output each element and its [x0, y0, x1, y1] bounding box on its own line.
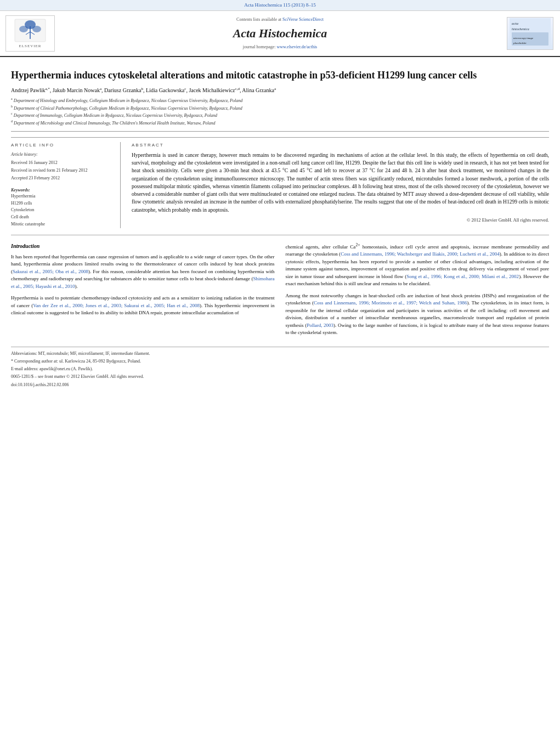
journal-logo-right: acta histochemica microscopy image place…: [505, 17, 555, 50]
received-date: Received 16 January 2012: [11, 160, 112, 166]
homepage-link[interactable]: www.elsevier.de/acthis: [277, 44, 318, 49]
affiliations: a Department of Histology and Embryology…: [11, 97, 549, 127]
page: Acta Histochemica 115 (2013) 8–15: [0, 0, 560, 395]
journal-citation: Acta Histochemica 115 (2013) 8–15: [244, 2, 316, 8]
authors: Andrzej Pawlika,*, Jakub Marcin Nowaka, …: [11, 87, 549, 94]
svg-point-3: [19, 26, 28, 32]
footnotes: Abbreviations: MT, microtubule; MF, micr…: [11, 347, 549, 388]
body-col-right: chemical agents, alter cellular Ca2+ hom…: [286, 242, 550, 341]
abstract-col: ABSTRACT Hyperthermia is used in cancer …: [132, 142, 549, 228]
accepted-date: Accepted 23 February 2012: [11, 175, 112, 181]
journal-title: Acta Histochemica: [60, 25, 500, 42]
sciverse-link[interactable]: SciVerse ScienceDirect: [282, 17, 324, 22]
svg-text:histochemica: histochemica: [512, 27, 529, 31]
rightcol-para2: Among the most noteworthy changes in hea…: [286, 292, 550, 337]
journal-homepage: journal homepage: www.elsevier.de/acthis: [60, 44, 500, 50]
article-info-col: ARTICLE INFO Article history: Received 1…: [11, 142, 121, 228]
elsevier-emblem-icon: [14, 18, 47, 43]
email-note: E-mail address: apawlik@onet.eu (A. Pawl…: [11, 366, 549, 372]
acta-logo-box: acta histochemica microscopy image place…: [507, 17, 553, 50]
article-info-abstract: ARTICLE INFO Article history: Received 1…: [11, 137, 549, 228]
svg-text:placeholder: placeholder: [513, 42, 527, 44]
keywords-title: Keywords:: [11, 187, 112, 193]
article-info-label: ARTICLE INFO: [11, 142, 112, 148]
introduction-heading: Introduction: [11, 242, 275, 250]
svg-text:acta: acta: [512, 21, 519, 26]
issn-note: 0065-1281/$ – see front matter © 2012 El…: [11, 374, 549, 380]
top-bar: Acta Histochemica 115 (2013) 8–15: [0, 0, 560, 11]
journal-center: Contents lists available at SciVerse Sci…: [60, 16, 500, 50]
revised-date: Received in revised form 21 February 201…: [11, 167, 112, 173]
contents-line: Contents lists available at SciVerse Sci…: [60, 16, 500, 22]
copyright-line: © 2012 Elsevier GmbH. All rights reserve…: [132, 217, 549, 224]
keywords-section: Keywords: HyperthermiaH1299 cellsCytoske…: [11, 187, 112, 228]
article-body: Hyperthermia induces cytoskeletal altera…: [0, 57, 560, 394]
keywords-list: HyperthermiaH1299 cellsCytoskeletonCell …: [11, 193, 112, 228]
intro-para2: Hyperthermia is used to potentiate chemo…: [11, 295, 275, 317]
intro-para1: It has been reported that hyperthermia c…: [11, 253, 275, 291]
doi-note: doi:10.1016/j.acthis.2012.02.006: [11, 382, 549, 388]
body-two-col: Introduction It has been reported that h…: [11, 242, 549, 341]
elsevier-brand-text: ELSEVIER: [19, 44, 41, 49]
abstract-text: Hyperthermia is used in cancer therapy, …: [132, 151, 549, 214]
body-col-left: Introduction It has been reported that h…: [11, 242, 275, 341]
elsevier-logo: ELSEVIER: [5, 15, 55, 52]
history-label: Article history:: [11, 151, 112, 157]
divider-body: [11, 235, 549, 235]
rightcol-para1: chemical agents, alter cellular Ca2+ hom…: [286, 242, 550, 288]
journal-header: ELSEVIER Contents lists available at Sci…: [0, 11, 560, 58]
abstract-label: ABSTRACT: [132, 142, 549, 148]
corresponding-note: * Corresponding author at: ul. Karlowicz…: [11, 358, 549, 364]
article-title: Hyperthermia induces cytoskeletal altera…: [11, 69, 549, 82]
abbreviations-note: Abbreviations: MT, microtubule; MF, micr…: [11, 350, 549, 357]
svg-point-4: [32, 26, 41, 32]
acta-logo-icon: acta histochemica microscopy image place…: [510, 18, 551, 48]
divider-affiliations: [11, 131, 549, 132]
svg-text:microscopy image: microscopy image: [513, 37, 534, 39]
